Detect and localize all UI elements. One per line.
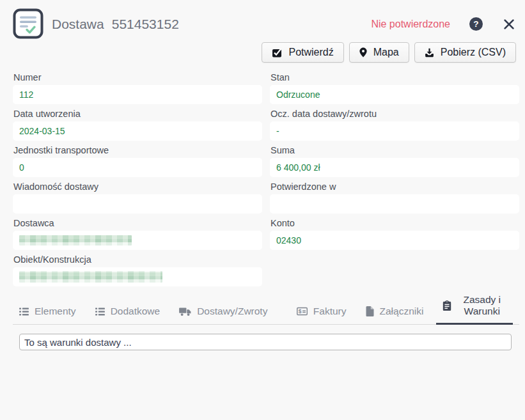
field-value: Odrzucone bbox=[270, 85, 519, 104]
invoice-icon: $ bbox=[297, 307, 308, 316]
attachment-file-icon bbox=[366, 306, 374, 316]
help-button[interactable]: ? bbox=[469, 17, 483, 31]
field-dostawca: Dostawca bbox=[13, 216, 262, 250]
tab-label: Faktury bbox=[313, 306, 347, 317]
tab-label: Zasady i Warunki bbox=[457, 294, 506, 317]
field-konto: Konto 02430 bbox=[270, 216, 519, 250]
toolbar: Potwierdź Mapa Pobierz (CSV) bbox=[0, 42, 525, 63]
tab-faktury[interactable]: $ Faktury bbox=[290, 302, 353, 325]
field-numer: Numer 112 bbox=[13, 70, 262, 104]
status-badge: Nie potwierdzone bbox=[371, 19, 450, 30]
tab-label: Załączniki bbox=[380, 306, 424, 317]
delivery-detail-page: Dostawa 551453152 Nie potwierdzone ? bbox=[0, 0, 525, 420]
redacted-supplier-value bbox=[19, 235, 132, 245]
list-icon bbox=[19, 307, 29, 316]
download-csv-button-label: Pobierz (CSV) bbox=[441, 47, 506, 58]
field-obiekt-konstrukcja: Obiekt/Konstrukcja bbox=[13, 253, 262, 286]
field-label: Numer bbox=[13, 70, 262, 85]
field-value: 6 400,00 zł bbox=[270, 158, 519, 177]
field-label: Konto bbox=[270, 216, 519, 231]
field-label: Stan bbox=[270, 70, 519, 85]
tab-label: Dodatkowe bbox=[111, 306, 161, 317]
page-title-label: Dostawa bbox=[52, 17, 104, 32]
check-square-icon bbox=[272, 47, 282, 58]
svg-text:?: ? bbox=[473, 19, 478, 29]
header-right: Nie potwierdzone ? bbox=[371, 17, 515, 31]
clipboard-icon bbox=[443, 300, 451, 311]
tab-zalaczniki[interactable]: Załączniki bbox=[359, 302, 430, 325]
field-value: 2024-03-15 bbox=[13, 121, 262, 141]
map-marker-icon bbox=[359, 47, 367, 58]
field-label: Ocz. data dostawy/zwrotu bbox=[270, 107, 519, 121]
delivery-number: 551453152 bbox=[112, 17, 179, 32]
map-button-label: Mapa bbox=[373, 47, 399, 58]
field-ocz-data-dostawy: Ocz. data dostawy/zwrotu - bbox=[270, 107, 519, 141]
map-button[interactable]: Mapa bbox=[349, 42, 409, 63]
header: Dostawa 551453152 Nie potwierdzone ? bbox=[0, 0, 525, 39]
field-value bbox=[13, 194, 262, 214]
download-csv-button[interactable]: Pobierz (CSV) bbox=[414, 42, 516, 63]
field-value: 112 bbox=[13, 85, 262, 104]
tab-bar: Elementy Dodatkowe Dostawy/Zwroty bbox=[13, 291, 519, 325]
question-circle-icon: ? bbox=[469, 23, 483, 33]
svg-text:$: $ bbox=[299, 308, 302, 315]
field-label: Suma bbox=[270, 143, 519, 158]
tab-label: Elementy bbox=[35, 306, 76, 317]
field-data-utworzenia: Data utworzenia 2024-03-15 bbox=[13, 107, 262, 141]
tab-dostawy-zwroty[interactable]: Dostawy/Zwroty bbox=[173, 302, 274, 325]
tab-elementy[interactable]: Elementy bbox=[13, 302, 82, 325]
download-icon bbox=[425, 48, 434, 58]
field-potwierdzone-w: Potwierdzone w bbox=[270, 180, 519, 214]
confirm-button-label: Potwierdź bbox=[288, 47, 333, 58]
field-value: 02430 bbox=[270, 231, 519, 250]
field-wiadomosc-dostawy: Wiadomość dostawy bbox=[13, 180, 262, 214]
field-stan: Stan Odrzucone bbox=[270, 70, 519, 104]
field-label: Data utworzenia bbox=[13, 107, 262, 121]
confirm-button[interactable]: Potwierdź bbox=[262, 42, 343, 63]
field-value-redacted bbox=[13, 231, 262, 250]
field-value: 0 bbox=[13, 158, 262, 177]
page-title: Dostawa 551453152 bbox=[52, 17, 179, 32]
close-icon bbox=[503, 22, 515, 32]
fields-grid: Numer 112 Stan Odrzucone Data utworzenia… bbox=[0, 63, 525, 289]
field-value bbox=[270, 194, 519, 214]
list-icon bbox=[95, 307, 105, 316]
field-label: Obiekt/Konstrukcja bbox=[13, 253, 262, 267]
field-value: - bbox=[270, 121, 519, 141]
tab-zasady-i-warunki[interactable]: Zasady i Warunki bbox=[436, 291, 513, 325]
terms-input[interactable] bbox=[19, 334, 512, 350]
tab-dodatkowe[interactable]: Dodatkowe bbox=[89, 302, 167, 325]
close-button[interactable] bbox=[503, 19, 515, 30]
delivery-note-icon bbox=[13, 8, 43, 39]
tab-label: Dostawy/Zwroty bbox=[197, 306, 267, 317]
field-jednostki-transportowe: Jednostki transportowe 0 bbox=[13, 143, 262, 177]
field-label: Potwierdzone w bbox=[270, 180, 519, 194]
truck-icon bbox=[179, 307, 191, 316]
field-label: Dostawca bbox=[13, 216, 262, 231]
field-label: Jednostki transportowe bbox=[13, 143, 262, 158]
redacted-object-value bbox=[19, 271, 162, 283]
field-suma: Suma 6 400,00 zł bbox=[270, 143, 519, 177]
field-value-redacted bbox=[13, 267, 262, 286]
field-label: Wiadomość dostawy bbox=[13, 180, 262, 194]
